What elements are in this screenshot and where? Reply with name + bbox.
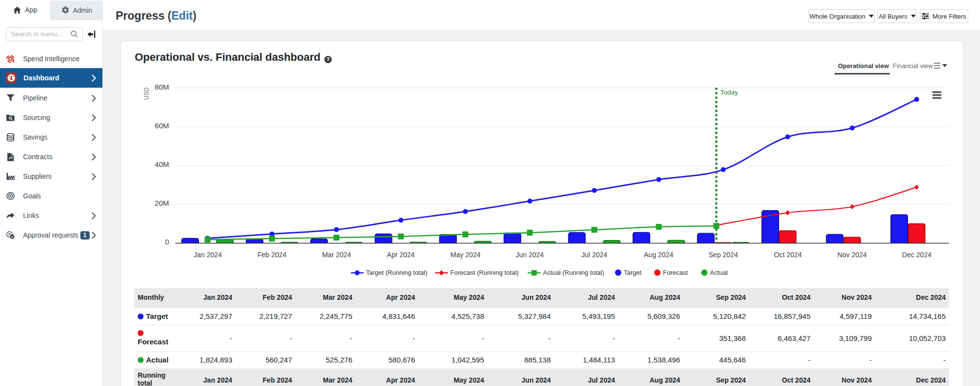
svg-text:Today: Today: [720, 89, 738, 96]
